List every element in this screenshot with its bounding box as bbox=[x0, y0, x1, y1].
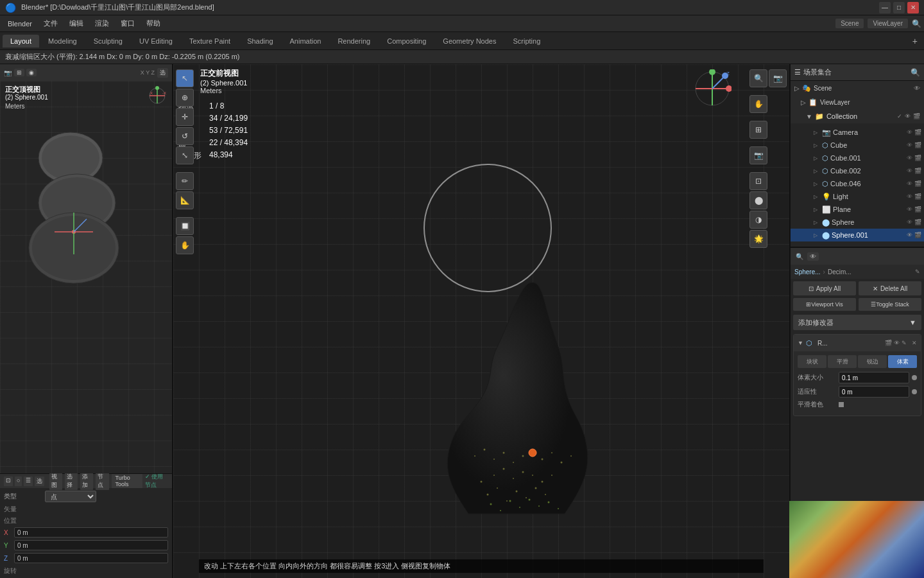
grab-tool[interactable]: ✋ bbox=[176, 236, 194, 254]
menu-blender[interactable]: Blender bbox=[3, 19, 37, 29]
adaptivity-value[interactable]: 0 m bbox=[839, 386, 909, 398]
cube046-render[interactable]: 🎬 bbox=[914, 180, 921, 187]
sphere-vis[interactable]: 👁 bbox=[907, 219, 912, 225]
delete-all-button[interactable]: ✕ Delete All bbox=[859, 281, 921, 295]
point-size-dot[interactable] bbox=[912, 375, 917, 380]
light-vis[interactable]: 👁 bbox=[907, 193, 912, 200]
options-btn-left[interactable]: 选 bbox=[157, 68, 168, 78]
props-icon-obj[interactable]: 👁 bbox=[807, 252, 819, 261]
select-tool[interactable]: ⊕ bbox=[176, 89, 194, 107]
plane-render[interactable]: 🎬 bbox=[914, 206, 921, 213]
type-dropdown[interactable]: 点 bbox=[45, 491, 96, 502]
scene-selector[interactable]: Scene bbox=[835, 19, 864, 28]
camera-view-btn[interactable]: 📷 bbox=[769, 69, 787, 87]
left-viewport[interactable]: X -X 正交顶视图 (2) Sphere.001 Meters bbox=[0, 81, 172, 473]
toggle-local[interactable]: ⊞ bbox=[749, 121, 767, 139]
modifier-edit-icon[interactable]: ✎ bbox=[902, 340, 907, 346]
sphere-render[interactable]: 🎬 bbox=[914, 219, 921, 225]
tree-item-light[interactable]: ▷ 💡 Light 👁 🎬 bbox=[791, 190, 924, 203]
item-icon[interactable]: ⊡ bbox=[4, 477, 13, 486]
cursor-tool[interactable]: ↖ bbox=[176, 69, 194, 87]
viewlayer-label[interactable]: ViewLayer bbox=[820, 99, 920, 106]
view-menu[interactable]: 视图 bbox=[49, 472, 62, 490]
cube001-vis[interactable]: 👁 bbox=[907, 155, 912, 161]
toggle-stack-button[interactable]: ☰ Toggle Stack bbox=[859, 298, 921, 311]
tab-scripting[interactable]: Scripting bbox=[505, 35, 548, 48]
editor-type-icon[interactable]: 📷 bbox=[4, 69, 12, 76]
y-value[interactable]: 0 m bbox=[14, 540, 168, 550]
close-button[interactable]: ✕ bbox=[907, 2, 919, 13]
tab-geometry-nodes[interactable]: Geometry Nodes bbox=[435, 35, 504, 48]
cube046-vis[interactable]: 👁 bbox=[907, 180, 912, 187]
tab-sharp[interactable]: 锐边 bbox=[858, 355, 887, 368]
modifier-vis-icon[interactable]: 👁 bbox=[894, 340, 900, 346]
collection-render[interactable]: 🎬 bbox=[913, 113, 920, 119]
adaptivity-dot[interactable] bbox=[912, 389, 917, 394]
sphere001-render[interactable]: 🎬 bbox=[914, 232, 921, 238]
props-search-icon[interactable]: 🔍 bbox=[793, 253, 806, 260]
tab-texture-paint[interactable]: Texture Paint bbox=[182, 35, 238, 48]
annotate-tool[interactable]: ✏ bbox=[176, 172, 194, 190]
add-modifier-button[interactable]: 添加修改器 ▼ bbox=[793, 315, 921, 330]
modifier-expand-icon[interactable]: ▼ bbox=[798, 340, 803, 346]
view-mode-icon[interactable]: ⊞ bbox=[14, 69, 24, 76]
tree-item-sphere[interactable]: ▷ ⬤ Sphere 👁 🎬 bbox=[791, 216, 924, 229]
tab-sculpting[interactable]: Sculpting bbox=[86, 35, 130, 48]
smooth-shading-dot[interactable] bbox=[839, 402, 844, 407]
camera-render[interactable]: 🎬 bbox=[914, 129, 921, 136]
tab-animation[interactable]: Animation bbox=[282, 35, 329, 48]
breadcrumb-edit-icon[interactable]: ✎ bbox=[915, 268, 920, 275]
camera-vis[interactable]: 👁 bbox=[907, 129, 912, 136]
tree-item-plane[interactable]: ▷ ⬜ Plane 👁 🎬 bbox=[791, 203, 924, 216]
tree-item-cube001[interactable]: ▷ ⬡ Cube.001 👁 🎬 bbox=[791, 152, 924, 164]
wireframe-btn[interactable]: ⊡ bbox=[749, 172, 767, 190]
viewport-vis-button[interactable]: ⊞ Viewport Vis bbox=[793, 298, 856, 311]
viewlayer-selector[interactable]: ViewLayer bbox=[868, 19, 908, 28]
search-icon[interactable]: 🔍 bbox=[912, 19, 921, 28]
menu-file[interactable]: 文件 bbox=[38, 17, 63, 30]
rendered-btn[interactable]: 🌟 bbox=[749, 230, 767, 248]
x-value[interactable]: 0 m bbox=[14, 527, 168, 538]
tab-modeling[interactable]: Modeling bbox=[40, 35, 85, 48]
add-workspace-icon[interactable]: + bbox=[909, 36, 921, 46]
camera-tool[interactable]: 📷 bbox=[749, 146, 767, 164]
scale-tool[interactable]: ⤡ bbox=[176, 146, 194, 164]
material-btn[interactable]: ◑ bbox=[749, 211, 767, 229]
menu-help[interactable]: 帮助 bbox=[141, 17, 166, 30]
tab-block[interactable]: 块状 bbox=[798, 355, 826, 368]
tree-item-cube046[interactable]: ▷ ⬡ Cube.046 👁 🎬 bbox=[791, 177, 924, 190]
tab-uv-editing[interactable]: UV Editing bbox=[132, 35, 180, 48]
measure-tool[interactable]: 📐 bbox=[176, 191, 194, 209]
light-render[interactable]: 🎬 bbox=[914, 193, 921, 200]
tab-shading[interactable]: Shading bbox=[239, 35, 280, 48]
collection-visibility[interactable]: 👁 bbox=[905, 113, 911, 119]
minimize-button[interactable]: — bbox=[879, 2, 891, 13]
add-menu[interactable]: 添加 bbox=[80, 472, 93, 490]
outliner-search-icon[interactable]: 🔍 bbox=[911, 68, 920, 77]
move-tool[interactable]: ✛ bbox=[176, 108, 194, 126]
tree-item-cube[interactable]: ▷ ⬡ Cube 👁 🎬 bbox=[791, 139, 924, 152]
menu-render[interactable]: 渲染 bbox=[90, 17, 114, 30]
collection-label[interactable]: Collection bbox=[826, 112, 894, 120]
tab-smooth[interactable]: 平滑 bbox=[828, 355, 857, 368]
breadcrumb-sphere[interactable]: Sphere... bbox=[794, 268, 821, 276]
tab-compositing[interactable]: Compositing bbox=[379, 35, 434, 48]
zoom-in-btn[interactable]: 🔍 bbox=[749, 69, 767, 87]
scene-label[interactable]: Scene bbox=[814, 85, 911, 92]
cube002-render[interactable]: 🎬 bbox=[914, 168, 921, 174]
modifier-delete-icon[interactable]: ✕ bbox=[912, 340, 917, 346]
tab-voxel[interactable]: 体素 bbox=[888, 355, 917, 368]
shading-icon[interactable]: ◉ bbox=[26, 69, 37, 76]
select-icon[interactable]: 选 bbox=[35, 477, 44, 486]
maximize-button[interactable]: □ bbox=[893, 2, 905, 13]
solid-btn[interactable]: ⬤ bbox=[749, 191, 767, 209]
tree-item-cube002[interactable]: ▷ ⬡ Cube.002 👁 🎬 bbox=[791, 164, 924, 177]
physics-icon[interactable]: ○ bbox=[15, 477, 22, 486]
cube002-vis[interactable]: 👁 bbox=[907, 168, 912, 174]
menu-window[interactable]: 窗口 bbox=[116, 17, 140, 30]
pan-tool[interactable]: ✋ bbox=[749, 95, 767, 113]
sphere001-vis[interactable]: 👁 bbox=[907, 232, 912, 238]
tree-item-sphere001[interactable]: ▷ ⬤ Sphere.001 👁 🎬 bbox=[791, 229, 924, 241]
view-icon[interactable]: ☰ bbox=[24, 477, 33, 486]
sculpt-tool[interactable]: 🔲 bbox=[176, 217, 194, 235]
